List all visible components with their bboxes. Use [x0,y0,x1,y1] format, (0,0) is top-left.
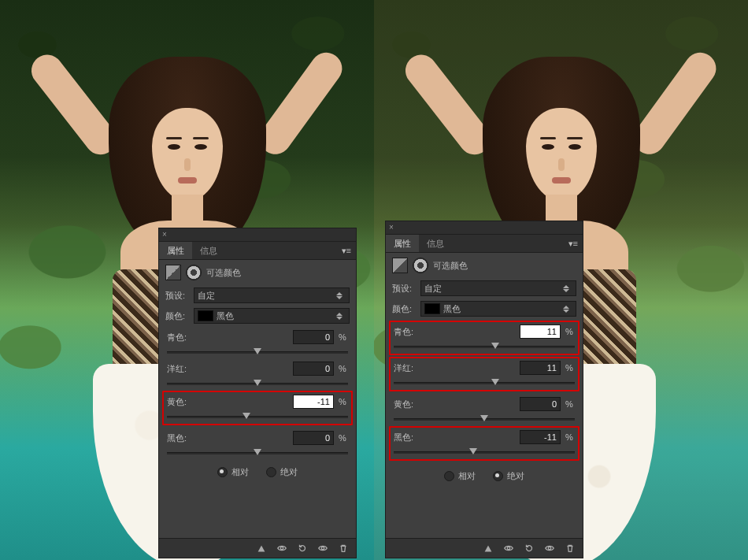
method-radio-group: 相对 绝对 [386,462,583,485]
colors-label: 颜色: [165,310,189,322]
slider-black: 黑色:0% [159,427,356,458]
reset-icon[interactable] [293,540,312,556]
slider-track[interactable] [394,447,575,458]
slider-thumb[interactable] [491,379,499,385]
slider-thumb[interactable] [243,413,250,419]
svg-point-1 [321,547,324,550]
slider-thumb[interactable] [469,448,477,454]
slider-label: 青色: [167,332,192,343]
panel-titlebar[interactable]: × [159,228,356,242]
panel-menu-icon[interactable]: ▾≡ [564,239,583,249]
panel-tabs: 属性 信息 ▾≡ [159,242,356,260]
reset-icon[interactable] [520,540,539,556]
comparison-canvas: × 属性 信息 ▾≡ 可选颜色 预设: 自定 颜色: 黑色 青色:0%洋红:0%… [0,0,748,560]
slider-thumb[interactable] [480,415,488,421]
slider-label: 青色: [394,326,419,338]
method-radio-group: 相对 绝对 [159,458,356,481]
slider-label: 黄色: [394,399,419,410]
panel-titlebar[interactable]: × [386,221,583,235]
slider-cyan: 青色:11% [389,321,580,355]
colors-select[interactable]: 黑色 [194,308,350,324]
slider-label: 黄色: [167,396,192,408]
slider-value-input[interactable]: -11 [520,430,561,444]
slider-yellow: 黄色:0% [386,393,583,425]
adjustment-type-icon[interactable] [392,258,408,273]
slider-value-input[interactable]: 11 [520,325,561,339]
slider-track[interactable] [167,347,348,358]
properties-panel-right: × 属性 信息 ▾≡ 可选颜色 预设: 自定 颜色: 黑色 青色:11%洋红:1… [386,221,583,558]
selective-color-icon[interactable] [186,265,202,280]
close-icon[interactable]: × [162,230,167,239]
delete-icon[interactable] [561,540,580,556]
percent-label: % [565,327,575,336]
panel-footer [159,538,356,558]
method-relative[interactable]: 相对 [217,466,249,478]
slider-label: 黑色: [394,432,419,443]
view-previous-icon[interactable] [499,540,518,556]
percent-label: % [565,432,575,442]
preset-label: 预设: [392,283,416,295]
slider-track[interactable] [394,377,575,388]
properties-panel-left: × 属性 信息 ▾≡ 可选颜色 预设: 自定 颜色: 黑色 青色:0%洋红:0%… [159,228,356,558]
slider-thumb[interactable] [254,348,261,354]
method-relative[interactable]: 相对 [444,470,476,482]
preset-select[interactable]: 自定 [420,280,576,296]
slider-label: 洋红: [394,362,419,374]
slider-track[interactable] [394,414,575,425]
percent-label: % [339,433,348,443]
percent-label: % [339,364,348,373]
slider-value-input[interactable]: 0 [293,362,334,376]
percent-label: % [339,332,348,342]
preset-label: 预设: [165,290,189,302]
delete-icon[interactable] [334,540,353,556]
slider-value-input[interactable]: 0 [520,397,561,411]
slider-track[interactable] [394,341,575,352]
preset-select[interactable]: 自定 [194,287,350,303]
slider-cyan: 青色:0% [159,326,356,358]
percent-label: % [565,399,575,409]
slider-magenta: 洋红:0% [159,358,356,389]
colors-select[interactable]: 黑色 [420,301,576,317]
panel-tabs: 属性 信息 ▾≡ [386,235,583,253]
panel-menu-icon[interactable]: ▾≡ [337,246,356,256]
percent-label: % [565,363,575,373]
svg-point-2 [507,547,510,550]
tab-properties[interactable]: 属性 [159,242,192,259]
clip-to-layer-icon[interactable] [252,540,271,556]
panel-footer [386,538,583,558]
adjustment-title: 可选颜色 [206,267,241,279]
slider-thumb[interactable] [254,449,261,455]
close-icon[interactable]: × [389,223,394,232]
slider-value-input[interactable]: -11 [293,395,334,409]
selective-color-icon[interactable] [413,258,428,273]
tab-properties[interactable]: 属性 [386,235,419,252]
slider-track[interactable] [167,411,348,422]
slider-label: 洋红: [167,363,192,375]
slider-magenta: 洋红:11% [389,357,580,391]
svg-point-0 [280,547,283,550]
slider-thumb[interactable] [491,343,499,349]
slider-track[interactable] [167,447,348,458]
tab-info[interactable]: 信息 [192,242,225,259]
method-absolute[interactable]: 绝对 [493,470,524,482]
colors-label: 颜色: [392,303,416,315]
slider-value-input[interactable]: 0 [293,330,334,344]
method-absolute[interactable]: 绝对 [266,466,298,478]
slider-value-input[interactable]: 11 [520,361,561,375]
adjustment-title: 可选颜色 [433,260,468,272]
toggle-visibility-icon[interactable] [540,540,559,556]
clip-to-layer-icon[interactable] [479,540,498,556]
slider-yellow: 黄色:-11% [162,391,353,425]
slider-thumb[interactable] [254,380,261,386]
slider-track[interactable] [167,378,348,389]
slider-value-input[interactable]: 0 [293,431,334,445]
adjustment-type-icon[interactable] [165,265,181,280]
slider-label: 黑色: [167,432,192,444]
toggle-visibility-icon[interactable] [313,540,332,556]
slider-black: 黑色:-11% [389,426,580,461]
svg-point-3 [548,547,551,550]
percent-label: % [339,397,348,406]
tab-info[interactable]: 信息 [419,235,452,252]
view-previous-icon[interactable] [272,540,291,556]
